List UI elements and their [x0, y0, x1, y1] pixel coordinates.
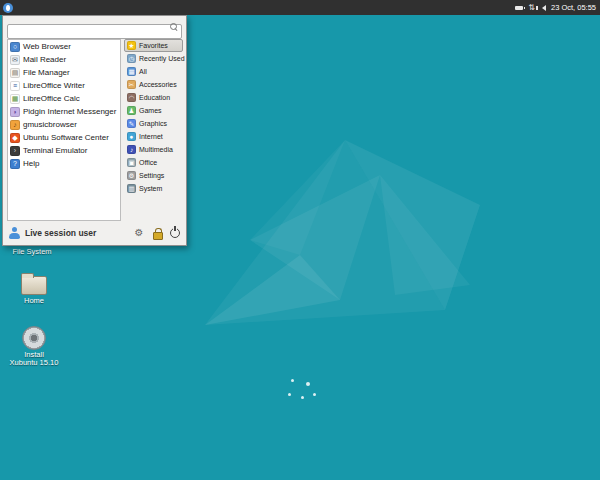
menu-category-item[interactable]: ⚙ Settings — [124, 169, 183, 182]
menu-app-item[interactable]: ◆ Ubuntu Software Center — [8, 131, 120, 144]
menu-category-item[interactable]: ◠ Education — [124, 91, 183, 104]
menu-category-item[interactable]: ★ Favorites — [124, 39, 183, 52]
web-browser-icon: ○ — [10, 42, 20, 52]
menu-category-item[interactable]: ▥ System — [124, 182, 183, 195]
internet-icon: ● — [127, 132, 136, 141]
menu-app-item[interactable]: ◗ Pidgin Internet Messenger — [8, 105, 120, 118]
category-list: ★ Favorites ◷ Recently Used ▦ All ✂ Acce… — [124, 39, 183, 221]
all-category-icon: ▦ — [127, 67, 136, 76]
desktop-icon-label: Home — [8, 297, 60, 305]
xubuntu-logo-icon — [3, 3, 13, 13]
menu-category-item[interactable]: ● Internet — [124, 130, 183, 143]
top-panel: ⇅ 23 Oct, 05:55 — [0, 0, 600, 15]
recently-used-icon: ◷ — [127, 54, 136, 63]
pidgin-icon: ◗ — [10, 107, 20, 117]
lock-screen-button[interactable] — [150, 226, 164, 240]
desktop-icon-label-line2: Xubuntu 15.10 — [8, 359, 60, 367]
search-row — [7, 20, 182, 35]
menu-category-item[interactable]: ▣ Office — [124, 156, 183, 169]
system-icon: ▥ — [127, 184, 136, 193]
libreoffice-writer-icon: ≡ — [10, 81, 20, 91]
menu-app-item[interactable]: ? Help — [8, 157, 120, 170]
search-icon — [170, 23, 179, 32]
multimedia-icon: ♪ — [127, 145, 136, 154]
accessories-icon: ✂ — [127, 80, 136, 89]
search-input[interactable] — [7, 24, 182, 39]
panel-clock[interactable]: 23 Oct, 05:55 — [551, 3, 596, 12]
menu-app-item[interactable]: ○ Web Browser — [8, 40, 120, 53]
menu-app-item[interactable]: › Terminal Emulator — [8, 144, 120, 157]
volume-icon[interactable] — [542, 5, 546, 11]
whisker-menu: ○ Web Browser ✉ Mail Reader ▤ File Manag… — [2, 15, 187, 246]
app-list: ○ Web Browser ✉ Mail Reader ▤ File Manag… — [7, 39, 121, 221]
settings-icon: ⚙ — [135, 228, 144, 238]
file-manager-icon: ▤ — [10, 68, 20, 78]
menu-category-item[interactable]: ✎ Graphics — [124, 117, 183, 130]
menu-app-item[interactable]: ▦ LibreOffice Calc — [8, 92, 120, 105]
power-icon — [170, 228, 180, 238]
office-icon: ▣ — [127, 158, 136, 167]
menu-app-item[interactable]: ♪ gmusicbrowser — [8, 118, 120, 131]
menu-app-item[interactable]: ▤ File Manager — [8, 66, 120, 79]
help-icon: ? — [10, 159, 20, 169]
education-icon: ◠ — [127, 93, 136, 102]
menu-category-item[interactable]: ✂ Accessories — [124, 78, 183, 91]
battery-icon[interactable] — [515, 6, 523, 10]
menu-app-item[interactable]: ≡ LibreOffice Writer — [8, 79, 120, 92]
desktop-icon-install[interactable]: Install Xubuntu 15.10 — [8, 326, 60, 367]
libreoffice-calc-icon: ▦ — [10, 94, 20, 104]
menu-category-item[interactable]: ◷ Recently Used — [124, 52, 183, 65]
install-cd-icon — [22, 326, 46, 350]
network-icon[interactable]: ⇅ — [528, 4, 535, 12]
desktop-icon-label: File System — [6, 248, 58, 256]
applications-menu-button[interactable] — [0, 0, 15, 15]
ubuntu-software-center-icon: ◆ — [10, 133, 20, 143]
favorites-icon: ★ — [127, 41, 136, 50]
terminal-emulator-icon: › — [10, 146, 20, 156]
graphics-icon: ✎ — [127, 119, 136, 128]
home-icon — [21, 276, 47, 295]
mail-reader-icon: ✉ — [10, 55, 20, 65]
user-avatar-icon — [8, 227, 21, 240]
logout-button[interactable] — [168, 226, 182, 240]
games-icon: ♟ — [127, 106, 136, 115]
settings-button[interactable]: ⚙ — [132, 226, 146, 240]
menu-category-item[interactable]: ♟ Games — [124, 104, 183, 117]
settings-category-icon: ⚙ — [127, 171, 136, 180]
menu-category-item[interactable]: ▦ All — [124, 65, 183, 78]
menu-body: ○ Web Browser ✉ Mail Reader ▤ File Manag… — [7, 39, 183, 221]
menu-category-item[interactable]: ♪ Multimedia — [124, 143, 183, 156]
menu-app-item[interactable]: ✉ Mail Reader — [8, 53, 120, 66]
user-row: Live session user ⚙ — [8, 224, 182, 242]
gmusicbrowser-icon: ♪ — [10, 120, 20, 130]
user-name: Live session user — [25, 228, 128, 238]
desktop-icon-home[interactable]: Home — [8, 276, 60, 305]
desktop[interactable]: ⇅ 23 Oct, 05:55 ○ Web Browser ✉ Mail Rea… — [0, 0, 600, 480]
system-tray: ⇅ 23 Oct, 05:55 — [515, 3, 600, 12]
lock-icon — [153, 228, 162, 238]
